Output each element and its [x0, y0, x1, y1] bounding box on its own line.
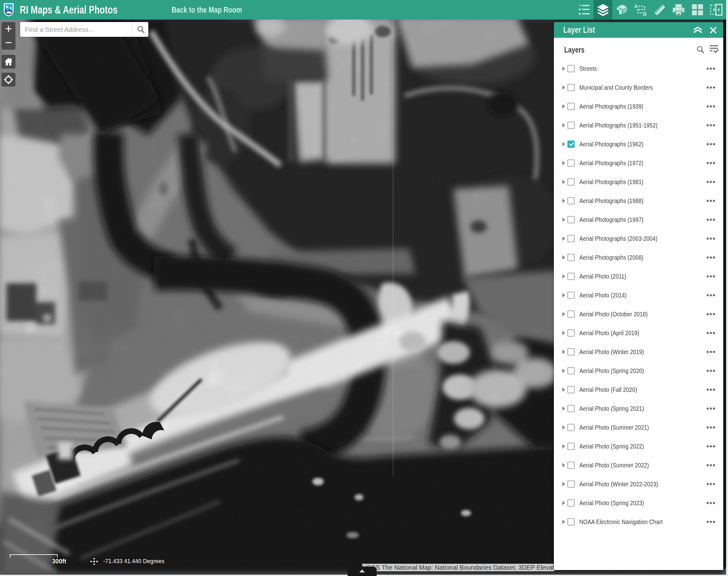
svg-text:A: A — [634, 3, 638, 9]
svg-text:B: B — [643, 11, 647, 17]
